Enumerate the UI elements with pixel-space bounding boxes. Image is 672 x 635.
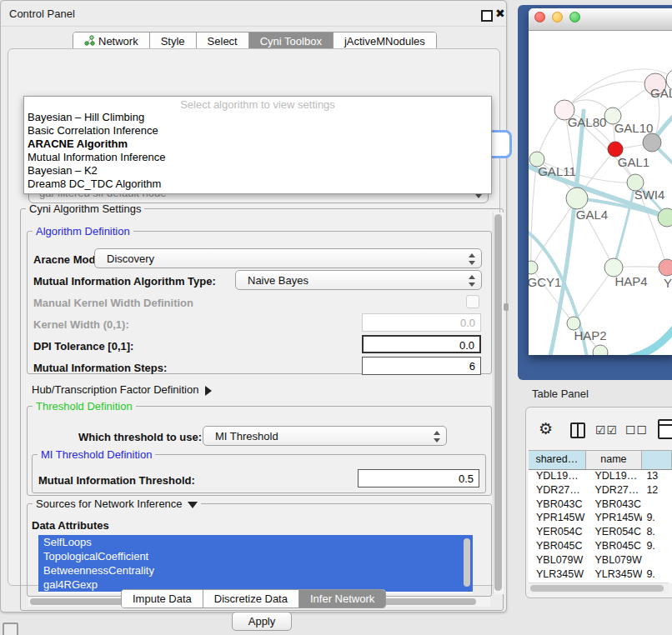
table-row[interactable]: YBR043CYBR043C [529, 498, 672, 512]
algorithm-option[interactable]: Bayesian – Hill Climbing [24, 111, 491, 124]
manual-kernel-width-checkbox[interactable] [466, 295, 479, 308]
table-body: YDL19…YDL19…13YDR27…YDR27…12YBR043CYBR04… [529, 470, 672, 583]
algorithm-option[interactable]: Bayesian – K2 [24, 164, 491, 178]
close-icon[interactable]: ✖ [495, 7, 505, 20]
deselect-all-columns-icon[interactable]: ☐☐ [625, 423, 648, 437]
network-edge [574, 268, 614, 323]
settings-group-title: Cyni Algorithm Settings [26, 202, 144, 215]
table-horizontal-scrollbar[interactable] [529, 582, 669, 593]
aracne-mode-value: Discovery [107, 252, 154, 265]
minimize-traffic-light[interactable] [552, 12, 563, 22]
table-row[interactable]: YER054CYER054C8. [529, 526, 672, 540]
table-cell [642, 498, 672, 512]
table-cell: YDL19… [586, 470, 643, 484]
data-attribute-item[interactable]: BetweennessCentrality [38, 563, 473, 578]
mi-algorithm-type-combo[interactable]: Naive Bayes [235, 270, 482, 290]
gear-icon[interactable]: ⚙ [539, 419, 553, 438]
network-node[interactable] [529, 261, 538, 274]
tab-impute-data[interactable]: Impute Data [122, 590, 203, 608]
table-cell: YDR27… [529, 484, 586, 498]
column-header[interactable]: shared… [529, 451, 586, 469]
dpi-tolerance-field[interactable]: 0.0 [362, 335, 481, 353]
column-header[interactable]: name [586, 451, 643, 469]
settings-vertical-scroll-thumb[interactable] [494, 214, 502, 591]
table-row[interactable]: YLR345WYLR345W9. [529, 568, 672, 582]
table-document-icon[interactable] [658, 419, 672, 439]
collapse-down-icon[interactable] [188, 502, 198, 508]
tab-select[interactable]: Select [196, 32, 248, 50]
table-document-icon-line [659, 424, 672, 426]
network-node-label: GAL1 [618, 155, 649, 169]
algorithm-option[interactable]: Basic Correlation Inference [24, 124, 491, 138]
tab-label: Select [208, 35, 238, 48]
tab-infer-network[interactable]: Infer Network [298, 590, 385, 608]
aracne-mode-combo[interactable]: Discovery [94, 248, 482, 268]
table-header-row: shared…name [529, 450, 672, 470]
table-cell: YLR345W [586, 568, 643, 582]
network-node[interactable] [658, 208, 672, 227]
list-vertical-scrollbar[interactable] [464, 538, 470, 587]
table-row[interactable]: YDR27…YDR27…12 [529, 484, 672, 498]
table-row[interactable]: YBL079WYBL079W [529, 554, 672, 568]
manual-kernel-width-label: Manual Kernel Width Definition [33, 297, 193, 309]
table-panel-title: Table Panel [532, 388, 589, 400]
settings-vertical-scrollbar[interactable] [493, 212, 504, 594]
table-row[interactable]: YDL19…YDL19…13 [529, 470, 672, 484]
network-node[interactable] [659, 259, 672, 276]
algorithm-option[interactable]: ARACNE Algorithm [24, 138, 491, 151]
network-node-label: GAL10 [614, 121, 654, 135]
data-attributes-list[interactable]: SelfLoopsTopologicalCoefficientBetweenne… [38, 535, 473, 593]
table-cell: 9. [642, 540, 672, 554]
table-row[interactable]: YPR145WYPR145W9. [529, 512, 672, 526]
columns-icon[interactable] [570, 422, 585, 438]
tab-label: Network [98, 35, 138, 48]
panel-splitter-handle[interactable] [504, 303, 509, 311]
table-cell: YBR045C [529, 540, 586, 554]
data-attribute-item[interactable]: SelfLoops [38, 535, 473, 549]
tab-label: Cyni Toolbox [260, 35, 322, 48]
algorithm-dropdown: Select algorithm to view settings Bayesi… [23, 96, 492, 194]
hub-definition-expander[interactable]: Hub/Transcription Factor Definition [32, 383, 212, 396]
tab-label: Infer Network [310, 592, 374, 605]
tab-jactivemnodules[interactable]: jActiveMNodules [333, 32, 436, 50]
table-row[interactable]: YBR045CYBR045C9. [529, 540, 672, 554]
close-traffic-light[interactable] [534, 12, 545, 22]
zoom-traffic-light[interactable] [569, 12, 580, 22]
network-node[interactable] [643, 133, 661, 152]
algorithm-option[interactable]: Dream8 DC_TDC Algorithm [24, 178, 491, 191]
expand-right-icon [205, 386, 212, 396]
mi-steps-field[interactable]: 6 [362, 357, 481, 375]
network-canvas[interactable]: GAL2GAL80GAL10GAL1GAL11SWI4GAL4GCY1HAP4Y… [529, 31, 672, 355]
network-node-label: SWI4 [634, 188, 665, 202]
kernel-width-field[interactable]: 0.0 [362, 313, 481, 332]
table-horizontal-scroll-thumb[interactable] [530, 585, 664, 592]
tab-style[interactable]: Style [149, 32, 196, 50]
table-cell: YER054C [529, 526, 586, 540]
application-root: Control Panel ✖ NetworkStyleSelectCyni T… [0, 0, 672, 635]
mi-threshold-field[interactable]: 0.5 [358, 469, 479, 488]
table-cell: 13 [642, 470, 672, 484]
which-threshold-combo[interactable]: MI Threshold [203, 426, 447, 446]
network-window-titlebar[interactable] [529, 8, 672, 31]
float-window-icon[interactable] [481, 10, 493, 22]
data-attribute-item[interactable]: TopologicalCoefficient [38, 549, 473, 563]
network-edge-highlighted [614, 182, 635, 268]
table-cell: YDR27… [586, 484, 643, 498]
tab-discretize-data[interactable]: Discretize Data [203, 590, 298, 608]
network-graph[interactable]: GAL2GAL80GAL10GAL1GAL11SWI4GAL4GCY1HAP4Y… [529, 31, 672, 355]
network-node-label: Y [664, 276, 672, 290]
minimized-panel-icon[interactable] [3, 622, 18, 635]
tab-cyni-toolbox[interactable]: Cyni Toolbox [248, 32, 333, 50]
network-edge [531, 159, 537, 268]
select-all-columns-icon[interactable]: ☑☑ [595, 423, 618, 437]
algorithm-option[interactable]: Mutual Information Inference [24, 151, 491, 164]
network-node[interactable] [566, 188, 588, 209]
column-header[interactable] [642, 451, 672, 469]
control-panel-titlebar: Control Panel ✖ [1, 1, 506, 27]
bottom-tabbar: Impute DataDiscretize DataInfer Network [121, 589, 386, 608]
algorithm-dropdown-list: Bayesian – Hill ClimbingBasic Correlatio… [24, 111, 491, 191]
network-node-label: HAP4 [614, 274, 647, 288]
apply-button[interactable]: Apply [232, 612, 292, 631]
network-node[interactable] [593, 345, 608, 355]
tab-network[interactable]: Network [73, 32, 149, 50]
